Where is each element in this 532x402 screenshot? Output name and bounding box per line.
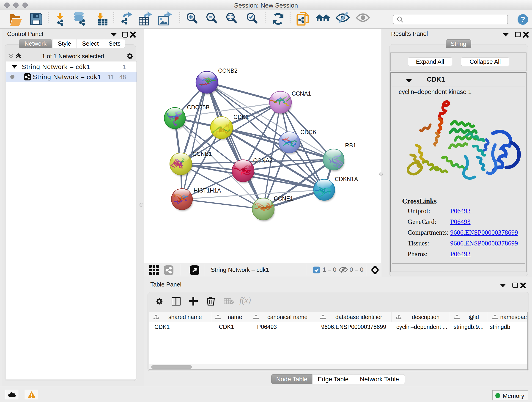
svg-text:CCNB2: CCNB2 [218,67,238,74]
svg-text:HIST1H1A: HIST1H1A [194,187,221,194]
svg-text:CDC6: CDC6 [300,129,316,135]
svg-text:CDK1: CDK1 [234,114,249,120]
svg-text:CCNA2: CCNA2 [253,157,273,164]
svg-text:RB1: RB1 [345,142,356,148]
svg-text:CDKN1A: CDKN1A [335,176,358,182]
svg-text:?: ? [520,15,525,24]
svg-text:CCNA1: CCNA1 [292,90,311,97]
svg-text:CCNE1: CCNE1 [274,195,293,202]
svg-text:CDC25B: CDC25B [187,104,210,110]
svg-text:CCNB1: CCNB1 [192,151,212,157]
